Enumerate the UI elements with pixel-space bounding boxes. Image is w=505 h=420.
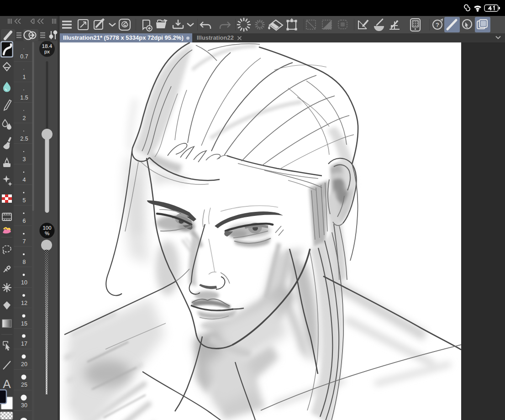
svg-text:30: 30 [21,402,27,409]
svg-text:10: 10 [21,279,27,286]
svg-text:18.4: 18.4 [42,43,53,49]
svg-text:8: 8 [23,259,26,265]
svg-text:100: 100 [42,225,51,231]
svg-text:5: 5 [23,197,26,204]
svg-text:A: A [3,377,11,391]
svg-text:0.7: 0.7 [20,53,28,60]
svg-text:1.5: 1.5 [20,94,28,101]
svg-text:?: ? [436,21,439,28]
svg-text:4: 4 [23,177,26,183]
svg-text:12: 12 [21,300,27,306]
svg-text:6: 6 [23,218,26,224]
svg-text:%: % [45,231,49,236]
svg-text:7: 7 [23,238,26,245]
svg-text:2.5: 2.5 [20,136,28,142]
svg-text:3: 3 [23,156,26,163]
svg-text:25: 25 [21,382,27,388]
svg-text:px: px [44,49,50,54]
svg-text:1: 1 [23,74,26,80]
svg-text:2: 2 [23,115,26,121]
svg-text:17: 17 [21,341,27,347]
svg-text:20: 20 [21,361,27,368]
svg-text:15: 15 [21,320,27,327]
